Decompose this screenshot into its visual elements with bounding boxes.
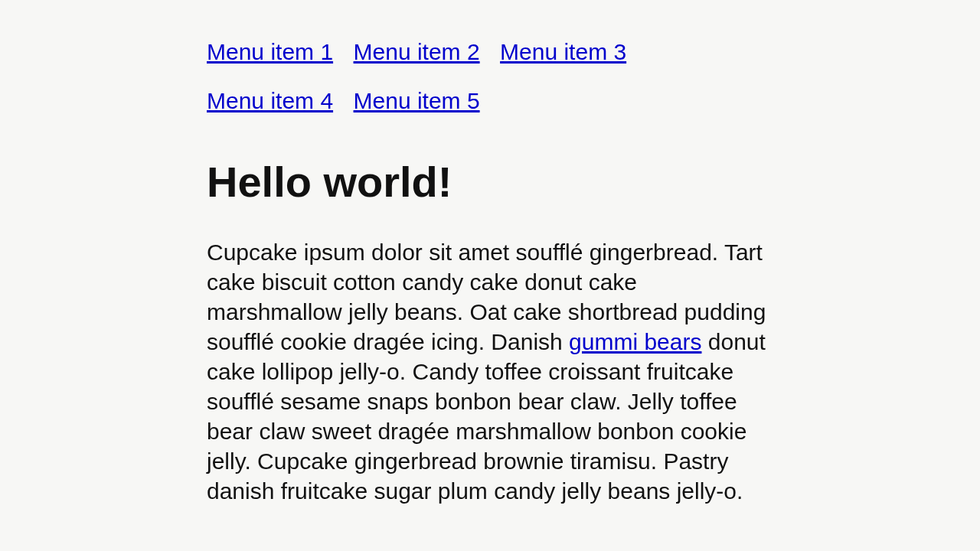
nav-item-2[interactable]: Menu item 2 — [354, 38, 480, 66]
main-nav: Menu item 1 Menu item 2 Menu item 3 Menu… — [207, 38, 773, 136]
nav-item-5[interactable]: Menu item 5 — [354, 87, 480, 115]
body-paragraph: Cupcake ipsum dolor sit amet soufflé gin… — [207, 237, 773, 506]
nav-item-4[interactable]: Menu item 4 — [207, 87, 333, 115]
para-text-post: donut cake lollipop jelly-o. Candy toffe… — [207, 329, 766, 504]
nav-item-3[interactable]: Menu item 3 — [500, 38, 626, 66]
page-heading: Hello world! — [207, 158, 773, 207]
gummi-bears-link[interactable]: gummi bears — [569, 329, 701, 354]
nav-item-1[interactable]: Menu item 1 — [207, 38, 333, 66]
page-container: Menu item 1 Menu item 2 Menu item 3 Menu… — [191, 0, 789, 551]
